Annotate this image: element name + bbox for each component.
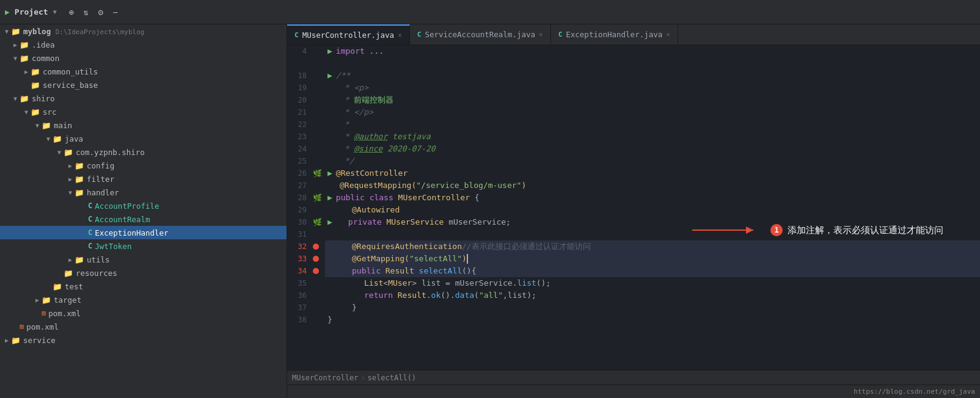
tree-label-common: common bbox=[32, 54, 59, 63]
tab-close-3[interactable]: ✕ bbox=[666, 31, 670, 38]
tree-item-resources[interactable]: 📁 resources bbox=[0, 266, 287, 280]
code-line-26: ▶ @RestController bbox=[325, 167, 980, 179]
tree-item-handler[interactable]: ▼ 📁 handler bbox=[0, 186, 287, 199]
tree-item-service-base[interactable]: 📁 service_base bbox=[0, 78, 287, 92]
tree-label-package: com.yzpnb.shiro bbox=[76, 148, 145, 157]
tree-item-pom-root[interactable]: m pom.xml bbox=[0, 320, 287, 333]
tree-item-myblog[interactable]: ▼ 📁 myblog D:\IdeaProjects\myblog bbox=[0, 24, 287, 38]
folder-icon: ▶ bbox=[5, 7, 10, 16]
tree-item-config[interactable]: ▶ 📁 config bbox=[0, 159, 287, 172]
tree-label-service-base: service_base bbox=[43, 81, 98, 90]
folder-config-icon: 📁 bbox=[75, 161, 84, 170]
tree-label-pom-root: pom.xml bbox=[26, 322, 59, 331]
tree-item-shiro[interactable]: ▼ 📁 shiro bbox=[0, 92, 287, 105]
breakpoint-33 bbox=[313, 256, 319, 262]
tree-item-target[interactable]: ▶ 📁 target bbox=[0, 293, 287, 306]
folder-main-icon: 📁 bbox=[42, 121, 51, 130]
tree-item-account-realm[interactable]: C AccountRealm bbox=[0, 212, 287, 226]
tree-label-jwt-token: JwtToken bbox=[95, 242, 131, 251]
tab-c-icon-3: C bbox=[558, 31, 563, 38]
arrow-config: ▶ bbox=[66, 162, 75, 169]
gutter-area: 🌿 🌿 🌿 bbox=[313, 45, 325, 370]
tree-item-package[interactable]: ▼ 📁 com.yzpnb.shiro bbox=[0, 145, 287, 159]
folder-service-base-icon: 📁 bbox=[31, 81, 40, 90]
cursor bbox=[467, 254, 468, 264]
breadcrumb-sep: › bbox=[360, 374, 365, 382]
breadcrumb-class: MUserController bbox=[292, 374, 358, 382]
tab-close-1[interactable]: ✕ bbox=[398, 31, 402, 39]
code-line-34: public Result selectAll(){ bbox=[325, 265, 980, 277]
folder-handler-icon: 📁 bbox=[75, 188, 84, 197]
tree-item-pom-shiro[interactable]: m pom.xml bbox=[0, 306, 287, 320]
tree-item-service[interactable]: ▶ 📁 service bbox=[0, 333, 287, 347]
folder-test-icon: 📁 bbox=[53, 282, 62, 291]
folder-myblog-icon: 📁 bbox=[11, 27, 21, 36]
tab-close-2[interactable]: ✕ bbox=[539, 31, 543, 38]
icon-pom-shiro: m bbox=[42, 309, 46, 317]
line-numbers: 4 18 19 20 21 22 23 24 25 26 27 28 29 30… bbox=[287, 45, 313, 370]
dropdown-icon[interactable]: ▼ bbox=[53, 9, 57, 15]
arrow-myblog: ▼ bbox=[2, 28, 11, 35]
fold-icon-28: ▶ bbox=[327, 192, 332, 204]
tree-item-main[interactable]: ▼ 📁 main bbox=[0, 118, 287, 132]
spring-icon-30: 🌿 bbox=[313, 218, 322, 226]
tree-item-java[interactable]: ▼ 📁 java bbox=[0, 132, 287, 145]
toolbar-btn-minus[interactable]: − bbox=[111, 7, 120, 17]
tree-item-idea[interactable]: ▶ 📁 .idea bbox=[0, 38, 287, 51]
annotation-text: 添加注解，表示必须认证通过才能访问 bbox=[788, 225, 943, 236]
breakpoint-34 bbox=[313, 268, 319, 274]
tab-serviceaccount[interactable]: C ServiceAccountRealm.java ✕ bbox=[410, 24, 551, 45]
tree-label-common-utils: common_utils bbox=[43, 67, 98, 76]
code-line-33: @GetMapping("selectAll") bbox=[325, 253, 980, 265]
toolbar-btn-globe[interactable]: ⊕ bbox=[67, 7, 76, 17]
tab-musercontroller[interactable]: C MUserController.java ✕ bbox=[287, 24, 410, 45]
tree-item-filter[interactable]: ▶ 📁 filter bbox=[0, 172, 287, 186]
annotation-arrow-svg bbox=[692, 221, 766, 239]
toolbar-btn-sort[interactable]: ⇅ bbox=[81, 7, 91, 17]
folder-service-icon: 📁 bbox=[11, 336, 21, 345]
tree-label-service: service bbox=[23, 336, 56, 345]
tab-bar: C MUserController.java ✕ C ServiceAccoun… bbox=[287, 24, 980, 45]
project-label: Project bbox=[15, 7, 48, 16]
tab-label-exceptionhandler: ExceptionHandler.java bbox=[566, 30, 662, 39]
tab-c-icon-2: C bbox=[417, 31, 422, 38]
toolbar-btn-gear[interactable]: ⚙ bbox=[96, 7, 106, 17]
tab-exceptionhandler[interactable]: C ExceptionHandler.java ✕ bbox=[551, 24, 678, 45]
code-line-23: * @author testjava bbox=[325, 131, 980, 143]
tree-item-jwt-token[interactable]: C JwtToken bbox=[0, 239, 287, 253]
arrow-filter: ▶ bbox=[66, 176, 75, 183]
code-lines[interactable]: ▶ import ... ▶ /** * <p> bbox=[325, 45, 980, 370]
arrow-main: ▼ bbox=[33, 122, 42, 129]
tree-item-utils[interactable]: ▶ 📁 utils bbox=[0, 253, 287, 266]
tree-item-exception-handler[interactable]: C ExceptionHandler bbox=[0, 226, 287, 239]
tree-item-account-profile[interactable]: C AccountProfile bbox=[0, 199, 287, 212]
arrow-java: ▼ bbox=[44, 136, 53, 142]
folder-shiro-icon: 📁 bbox=[20, 94, 29, 103]
arrow-idea: ▶ bbox=[11, 42, 20, 48]
fold-icon-18: ▶ bbox=[327, 70, 332, 82]
annotation-popup: 1 添加注解，表示必须认证通过才能访问 bbox=[692, 221, 943, 239]
fold-icon-26: ▶ bbox=[327, 167, 332, 179]
tree-label-test: test bbox=[65, 282, 83, 291]
icon-account-profile: C bbox=[88, 201, 92, 210]
editor-content[interactable]: 4 18 19 20 21 22 23 24 25 26 27 28 29 30… bbox=[287, 45, 980, 370]
folder-idea-icon: 📁 bbox=[20, 40, 29, 49]
tree-item-common[interactable]: ▼ 📁 common bbox=[0, 51, 287, 65]
tree-item-src[interactable]: ▼ 📁 src bbox=[0, 105, 287, 118]
spring-icon-28: 🌿 bbox=[313, 194, 322, 202]
tree-label-handler: handler bbox=[87, 188, 119, 197]
annotation-badge: 1 bbox=[770, 224, 783, 236]
folder-resources-icon: 📁 bbox=[64, 269, 73, 278]
icon-exception-handler: C bbox=[88, 228, 92, 237]
arrow-shiro: ▼ bbox=[11, 95, 20, 102]
tree-label-idea: .idea bbox=[32, 40, 55, 49]
tree-label-resources: resources bbox=[76, 269, 117, 278]
arrow-common: ▼ bbox=[11, 55, 20, 62]
tree-label-src: src bbox=[43, 107, 57, 117]
tab-label-serviceaccount: ServiceAccountRealm.java bbox=[425, 30, 535, 39]
tree-label-config: config bbox=[87, 161, 114, 170]
tree-item-common-utils[interactable]: ▶ 📁 common_utils bbox=[0, 65, 287, 78]
code-line-18: ▶ /** bbox=[325, 70, 980, 82]
tree-item-test[interactable]: 📁 test bbox=[0, 280, 287, 293]
code-line-25: */ bbox=[325, 155, 980, 167]
